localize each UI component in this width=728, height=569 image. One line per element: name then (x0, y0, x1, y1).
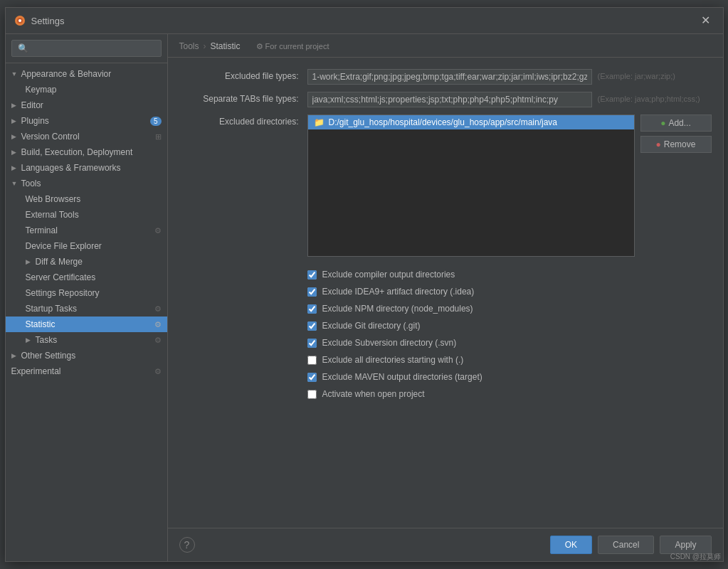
sidebar-item-device-file-explorer[interactable]: Device File Explorer (6, 238, 167, 254)
breadcrumb-current: Statistic (211, 41, 241, 51)
excluded-file-types-row: Excluded file types: (Example: jar;war;z… (179, 69, 712, 85)
sidebar-item-label: Settings Repository (26, 288, 100, 298)
excluded-directories-list[interactable]: 📁 D:/git_glu_hosp/hospital/devices/glu_h… (307, 115, 635, 257)
sidebar: ▼ Appearance & Behavior Keymap ▶ Editor … (6, 34, 168, 561)
sidebar-item-tasks[interactable]: ▶ Tasks ⚙ (6, 332, 167, 348)
title-bar-left: Settings (14, 15, 65, 26)
exclude-maven-checkbox[interactable] (307, 373, 317, 382)
exclude-svn-checkbox[interactable] (307, 339, 317, 348)
sidebar-item-label: Server Certificates (26, 272, 96, 282)
cancel-button[interactable]: Cancel (598, 536, 654, 554)
sidebar-item-other-settings[interactable]: ▶ Other Settings (6, 348, 167, 363)
close-button[interactable]: ✕ (697, 14, 714, 28)
sidebar-item-label: Terminal (26, 225, 58, 235)
app-logo-icon (14, 15, 26, 26)
checkbox-row-exclude-svn: Exclude Subversion directory (.svn) (179, 336, 712, 349)
sidebar-item-label: Tools (21, 179, 41, 188)
settings-icon: ⚙ (154, 304, 162, 314)
breadcrumb: Tools › Statistic ⚙ For current project (168, 34, 723, 58)
sidebar-item-label: External Tools (26, 210, 79, 220)
exclude-idea9-label: Exclude IDEA9+ artifact directory (.idea… (322, 287, 475, 297)
directory-item[interactable]: 📁 D:/git_glu_hosp/hospital/devices/glu_h… (308, 115, 634, 129)
exclude-compiler-label: Exclude compiler output directories (322, 270, 455, 280)
breadcrumb-parent: Tools (179, 41, 199, 51)
sidebar-item-label: Editor (21, 100, 43, 110)
sidebar-item-appearance[interactable]: ▼ Appearance & Behavior (6, 66, 167, 82)
settings-icon: ⚙ (154, 320, 162, 329)
expand-arrow-icon: ▶ (11, 117, 19, 124)
add-icon: ● (660, 118, 665, 128)
sidebar-item-version-control[interactable]: ▶ Version Control ⊞ (6, 129, 167, 144)
checkbox-row-exclude-compiler: Exclude compiler output directories (179, 268, 712, 281)
excluded-directories-area: Excluded directories: 📁 D:/git_glu_hosp/… (179, 115, 712, 257)
excluded-file-types-input[interactable] (307, 69, 592, 85)
settings-content: Excluded file types: (Example: jar;war;z… (168, 58, 723, 528)
help-button[interactable]: ? (179, 537, 195, 553)
exclude-npm-checkbox[interactable] (307, 304, 317, 314)
separate-tabs-hint: (Example: java;php;html;css;) (598, 92, 712, 103)
sidebar-item-terminal[interactable]: Terminal ⚙ (6, 223, 167, 238)
sidebar-item-editor[interactable]: ▶ Editor (6, 97, 167, 113)
sidebar-item-build[interactable]: ▶ Build, Execution, Deployment (6, 144, 167, 160)
settings-icon: ⚙ (154, 336, 162, 345)
expand-arrow-icon: ▶ (11, 149, 19, 156)
add-button-label: Add... (668, 118, 690, 128)
expand-arrow-icon: ▶ (11, 133, 19, 140)
settings-dialog: Settings ✕ ▼ Appearance & Behavior Keyma… (5, 7, 724, 562)
sidebar-item-label: Tasks (36, 335, 58, 345)
search-box (6, 34, 167, 63)
settings-icon: ⚙ (154, 367, 162, 376)
separate-tabs-file-types-row: Separate TABs file types: (Example: java… (179, 92, 712, 107)
watermark: CSDN @拉莫师 (670, 552, 721, 562)
sidebar-item-experimental[interactable]: Experimental ⚙ (6, 363, 167, 379)
title-bar: Settings ✕ (6, 8, 723, 34)
exclude-git-checkbox[interactable] (307, 321, 317, 331)
directory-action-buttons: ● Add... ● Remove (640, 115, 712, 153)
add-button[interactable]: ● Add... (640, 115, 712, 132)
sidebar-item-keymap[interactable]: Keymap (6, 82, 167, 97)
sidebar-item-settings-repository[interactable]: Settings Repository (6, 285, 167, 301)
sidebar-item-external-tools[interactable]: External Tools (6, 207, 167, 223)
sidebar-item-startup-tasks[interactable]: Startup Tasks ⚙ (6, 301, 167, 317)
settings-icon: ⚙ (154, 226, 162, 235)
separate-tabs-label: Separate TABs file types: (179, 92, 307, 104)
sidebar-item-label: Build, Execution, Deployment (21, 147, 133, 157)
checkbox-row-exclude-idea9: Exclude IDEA9+ artifact directory (.idea… (179, 285, 712, 298)
sidebar-item-statistic[interactable]: Statistic ⚙ (6, 317, 167, 332)
separate-tabs-input[interactable] (307, 92, 592, 107)
sidebar-item-server-certificates[interactable]: Server Certificates (6, 270, 167, 285)
activate-open-label: Activate when open project (322, 389, 425, 399)
sidebar-item-label: Device File Explorer (26, 241, 102, 251)
sidebar-item-web-browsers[interactable]: Web Browsers (6, 191, 167, 207)
sidebar-item-tools[interactable]: ▼ Tools (6, 176, 167, 191)
sidebar-item-label: Experimental (11, 366, 61, 376)
sidebar-item-label: Plugins (21, 116, 49, 126)
checkbox-row-exclude-git: Exclude Git directory (.git) (179, 319, 712, 332)
search-input[interactable] (11, 40, 162, 57)
sidebar-item-label: Appearance & Behavior (21, 69, 112, 79)
exclude-idea9-checkbox[interactable] (307, 287, 317, 297)
checkbox-row-exclude-dots: Exclude all directories starting with (.… (179, 353, 712, 366)
exclude-compiler-checkbox[interactable] (307, 270, 317, 280)
checkbox-row-exclude-maven: Exclude MAVEN output directories (target… (179, 371, 712, 383)
expand-arrow-icon: ▶ (11, 102, 19, 109)
sidebar-item-label: Other Settings (21, 351, 76, 361)
expand-arrow-icon: ▼ (11, 180, 19, 187)
sidebar-item-diff-merge[interactable]: ▶ Diff & Merge (6, 254, 167, 270)
exclude-svn-label: Exclude Subversion directory (.svn) (322, 338, 457, 348)
nav-tree: ▼ Appearance & Behavior Keymap ▶ Editor … (6, 63, 167, 561)
sidebar-item-plugins[interactable]: ▶ Plugins 5 (6, 113, 167, 129)
remove-button[interactable]: ● Remove (640, 136, 712, 153)
sidebar-item-label: Statistic (26, 319, 56, 329)
activate-open-checkbox[interactable] (307, 390, 317, 399)
breadcrumb-separator: › (204, 41, 206, 51)
dialog-title: Settings (31, 16, 65, 26)
ok-button[interactable]: OK (550, 536, 592, 554)
folder-icon: 📁 (314, 117, 325, 127)
remove-icon: ● (656, 139, 661, 149)
remove-button-label: Remove (664, 139, 696, 149)
exclude-dots-checkbox[interactable] (307, 356, 317, 365)
sidebar-item-label: Startup Tasks (26, 304, 77, 314)
repo-icon: ⊞ (155, 132, 162, 142)
sidebar-item-languages[interactable]: ▶ Languages & Frameworks (6, 160, 167, 176)
